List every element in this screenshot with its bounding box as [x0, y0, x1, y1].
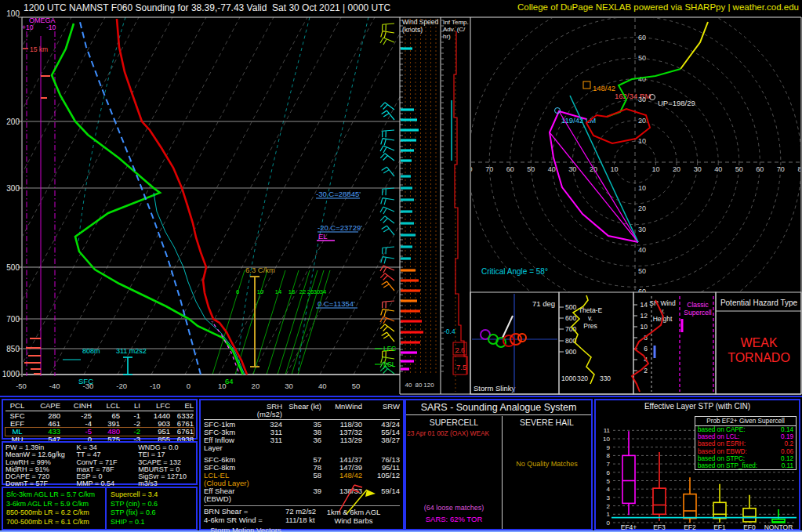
srwind-km-label: 14 — [641, 301, 648, 309]
stp-ytick: 9 — [607, 444, 611, 451]
dewpoint-profile — [52, 24, 243, 375]
sars-supercell-header: SUPERCELL — [406, 418, 502, 427]
stp-ytick: 1 — [607, 511, 611, 518]
thetae-x-320: 320 — [577, 375, 588, 382]
stp-box — [653, 488, 666, 514]
minus30-level-label: -30 C=28845' — [316, 190, 361, 198]
thermo-col-2: K = 34TT = 47ConvT = 71FmaxT = 78FESP = … — [76, 444, 138, 482]
thermo-indices: PW = 1.39inMeanW = 12.6g/kgLowRH = 99%Mi… — [2, 441, 198, 485]
speed-bar — [401, 149, 414, 151]
thetae-x-330: 330 — [600, 375, 611, 382]
stp-box — [622, 455, 635, 503]
wind-barb — [381, 280, 397, 292]
hodo-axis-label: 50 — [638, 54, 646, 62]
isotherm — [0, 17, 4, 375]
speed-bar — [401, 269, 416, 271]
advection-profile — [454, 31, 467, 375]
hodo-axis-label: 40 — [638, 75, 646, 83]
wind-barb — [380, 207, 394, 214]
pressure-label: 500 — [6, 263, 20, 272]
hodo-axis-label: 30 — [638, 226, 646, 233]
wind-barb — [380, 273, 396, 283]
mixing-ratio-label: 34 — [320, 288, 326, 295]
stp-title: Effective Layer STP (with CIN) — [596, 400, 799, 411]
stp-category-label: EF2 — [684, 523, 696, 530]
thermo-col-3: WNDG = 0.0TEI = 173CAPE = 132MBURST = 0S… — [138, 444, 194, 482]
sars-hail-column: SEVERE HAIL No Quality Matches — [503, 416, 591, 529]
left-mover-marker-dot — [555, 108, 561, 114]
speed-bar — [401, 210, 412, 212]
temp-axis-label: 50 — [352, 382, 361, 390]
temp-axis-label: 20 — [252, 382, 260, 390]
speed-bar — [401, 341, 420, 343]
height-15km-label: 15 km — [30, 45, 48, 53]
hodograph-panel: 148/42 162/34 RM UP=198/29 119/42 LM Cri… — [465, 0, 802, 328]
stp-legend-row: based on LCL:0.19 — [695, 433, 796, 440]
parcel-table-header: PCLCAPECINHLCLLILFCEL — [5, 402, 194, 411]
slinky-title: Storm Slinky — [474, 384, 516, 393]
speed-bar — [401, 289, 420, 291]
critical-angle-line — [570, 96, 638, 242]
kinematics-row: Eff Inflow Layer31136113/2938/27 — [204, 436, 400, 452]
kinematics-header: SRH (m2/s2)Shear (kt)MnWindSRW — [204, 403, 400, 420]
mixing-ratio-label: 22 — [299, 288, 306, 295]
temp-axis-label: 40 — [318, 382, 327, 390]
cloud-layer-marker — [583, 81, 590, 89]
srwind-title-1: SR Wind — [649, 299, 676, 307]
thetae-title-2: v. — [588, 314, 593, 322]
srwind-profile — [632, 300, 663, 392]
parcel-col-header: EL — [170, 402, 194, 410]
isotherm — [151, 17, 341, 375]
temp-axis-label: -40 — [49, 382, 60, 390]
speed-bar — [401, 186, 412, 189]
parcel-col-header: PCL — [5, 402, 29, 410]
hodo-axis-label: 40 — [638, 246, 646, 254]
hodo-axis-label: 50 — [638, 267, 646, 275]
speed-axis-label: 40 — [405, 382, 412, 389]
wind-barb — [379, 126, 395, 139]
speed-axis-label: 120 — [423, 382, 434, 389]
thermo-item: SigSvr = 12710 m3/s3 — [138, 473, 194, 488]
inflow-base-label: 808m — [82, 347, 100, 355]
profile-group — [52, 19, 247, 375]
legend-label: based on EBWD: — [698, 448, 781, 455]
stp-legend-row: based on STP_fixed:0.11 — [695, 462, 796, 469]
composite-index-item: SHIP = 0.1 — [111, 518, 192, 527]
kin-cell: 58 — [282, 472, 321, 487]
kin-cell — [251, 456, 282, 464]
temp-axis-label: -30 — [83, 382, 94, 390]
stp-box — [684, 494, 696, 519]
kin-col-header: SRH (m2/s2) — [251, 403, 282, 418]
speed-bar — [401, 279, 419, 281]
kin-col-header — [204, 403, 251, 418]
legend-value: 0.14 — [781, 426, 793, 433]
sounding-graphics: OMEGA +10 -10 15 km -30 C=28845' -20 C=2… — [0, 0, 802, 396]
temp-advection-strip: Inf Temp. Adv. (C/ hr) -0.4 2.6 7.5 — [441, 19, 469, 392]
hodo-axis-label: 10 — [638, 184, 646, 192]
wind-barb — [379, 243, 395, 255]
freezing-level-label: 0 C=11354' — [318, 299, 355, 308]
speed-bar — [401, 309, 420, 312]
stp-category-label: EF4+ — [621, 523, 637, 530]
thetae-1000-label: 1000 — [561, 375, 576, 382]
hodo-axis-label: 60 — [638, 34, 646, 42]
stp-category-label: EF0 — [743, 523, 756, 530]
pressure-label: 1000 — [2, 370, 20, 378]
kin-cell: 38/27 — [362, 436, 400, 452]
stp-probability-legend: Prob EF2+ Given Supercell based on CAPE:… — [695, 416, 797, 470]
speed-bar — [401, 257, 411, 259]
speed-bar — [401, 128, 419, 131]
speed-bar — [401, 299, 417, 302]
legend-label: based on ESRH: — [698, 440, 785, 447]
minus20-level-label: -20 C=23729' — [318, 223, 362, 232]
isotherm — [219, 17, 408, 375]
kin-cell: 36 — [282, 436, 321, 452]
adv-strip-title-2: Adv. (C/ — [443, 26, 466, 33]
stp-ytick: 11 — [604, 427, 611, 434]
moist-adiabat — [237, 17, 310, 375]
hodo-axis-label: 30 — [638, 96, 646, 103]
lapse-rate-list: Sfc-3km AGL LR = 5.7 C/km3-6km AGL LR = … — [3, 488, 107, 529]
speed-bar — [401, 222, 414, 224]
stp-legend-title: Prob EF2+ Given Supercell — [695, 417, 796, 426]
hodo-clip-group: 1010101020202020303030304040404050505050… — [465, 0, 802, 328]
